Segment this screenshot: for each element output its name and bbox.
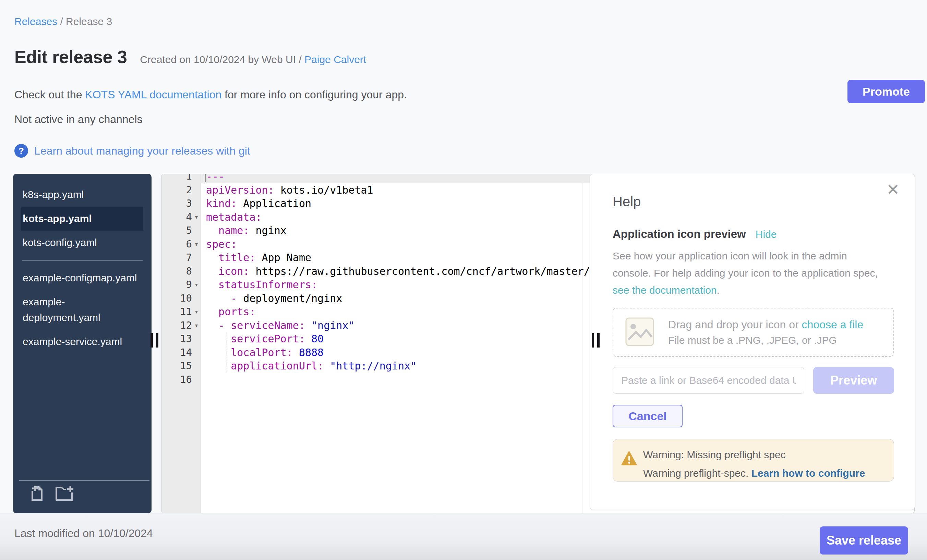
file-list: k8s-app.yamlkots-app.yamlkots-config.yam… <box>21 183 143 354</box>
gutter-line-number: 1 <box>161 174 201 184</box>
see-documentation-link[interactable]: see the documentation <box>612 284 717 296</box>
fold-arrow-icon[interactable]: ▾ <box>192 305 201 319</box>
preflight-warning: Warning: Missing preflight spec Warning … <box>612 439 894 481</box>
sidebar-bottom <box>19 481 149 513</box>
gutter-line-number: 16 <box>161 373 201 387</box>
preview-button[interactable]: Preview <box>813 367 894 394</box>
created-info: Created on 10/10/2024 by Web UI / Paige … <box>140 54 366 65</box>
icon-preview-description: See how your application icon will look … <box>612 247 887 299</box>
breadcrumb-current: Release 3 <box>66 16 112 27</box>
created-by-link[interactable]: Paige Calvert <box>304 54 366 65</box>
edit-release-page: Releases / Release 3 Edit release 3 Crea… <box>0 0 927 560</box>
file-item-example-configmap.yaml[interactable]: example-configmap.yaml <box>21 266 143 290</box>
promote-button[interactable]: Promote <box>848 80 925 103</box>
gutter-line-number: 8 <box>161 264 201 278</box>
breadcrumb-releases-link[interactable]: Releases <box>14 16 57 27</box>
file-item-kots-config.yaml[interactable]: kots-config.yaml <box>21 231 143 255</box>
fold-arrow-icon[interactable]: ▾ <box>192 319 201 332</box>
add-folder-icon[interactable] <box>54 485 75 504</box>
last-modified-text: Last modified on 10/10/2024 <box>14 527 153 540</box>
choose-file-link[interactable]: choose a file <box>802 319 863 331</box>
icon-url-input[interactable] <box>612 367 804 394</box>
kots-yaml-doc-link[interactable]: KOTS YAML documentation <box>85 88 222 101</box>
gutter-line-number: 15 <box>161 359 201 373</box>
gutter-line-number: 2 <box>161 184 201 197</box>
image-placeholder-icon <box>625 317 655 348</box>
warning-title: Warning: Missing preflight spec <box>643 449 786 461</box>
warning-icon <box>621 451 637 467</box>
text-cursor <box>205 174 207 182</box>
sidebar-resize-handle[interactable] <box>150 333 158 348</box>
file-list-divider <box>22 260 143 261</box>
gutter-line-number: 10 <box>161 291 201 305</box>
page-title: Edit release 3 <box>14 47 127 67</box>
icon-preview-title: Application icon preview <box>612 228 746 241</box>
breadcrumb: Releases / Release 3 <box>14 16 112 27</box>
learn-configure-link[interactable]: Learn how to configure <box>751 467 865 479</box>
git-help-row: ? Learn about managing your releases wit… <box>14 144 250 158</box>
gutter-line-number: 6▾ <box>161 238 201 251</box>
dropzone-requirements: File must be a .PNG, .JPEG, or .JPG <box>668 334 863 346</box>
file-sidebar: k8s-app.yamlkots-app.yamlkots-config.yam… <box>13 174 152 513</box>
file-item-k8s-app.yaml[interactable]: k8s-app.yaml <box>21 183 143 206</box>
fold-arrow-icon[interactable]: ▾ <box>192 278 201 291</box>
gutter-line-number: 4▾ <box>161 211 201 224</box>
file-item-example-service.yaml[interactable]: example-service.yaml <box>21 330 143 354</box>
gutter-line-number: 5 <box>161 224 201 238</box>
fold-arrow-icon[interactable]: ▾ <box>192 238 201 251</box>
question-icon: ? <box>14 144 28 158</box>
hide-link[interactable]: Hide <box>755 229 777 240</box>
gutter-line-number: 12▾ <box>161 319 201 332</box>
help-panel: ✕ Help Application icon preview Hide See… <box>590 174 915 510</box>
title-row: Edit release 3 Created on 10/10/2024 by … <box>14 47 366 67</box>
gutter-line-number: 11▾ <box>161 305 201 319</box>
git-releases-link[interactable]: Learn about managing your releases with … <box>34 145 250 157</box>
breadcrumb-separator: / <box>60 16 66 27</box>
help-title: Help <box>612 193 894 210</box>
gutter-line-number: 7 <box>161 251 201 264</box>
help-resize-handle[interactable] <box>592 333 600 348</box>
icon-dropzone[interactable]: Drag and drop your icon or choose a file… <box>612 308 894 357</box>
footer-bar: Last modified on 10/10/2024 Save release <box>0 513 927 560</box>
add-file-icon[interactable] <box>29 485 47 504</box>
save-release-button[interactable]: Save release <box>820 527 908 554</box>
file-item-kots-app.yaml[interactable]: kots-app.yaml <box>21 206 143 231</box>
gutter-line-number: 13 <box>161 332 201 346</box>
gutter-line-number: 9▾ <box>161 278 201 291</box>
file-item-example-deployment.yaml[interactable]: example-deployment.yaml <box>21 290 143 330</box>
gutter-line-number: 3 <box>161 197 201 211</box>
warning-detail: Warning preflight-spec. Learn how to con… <box>643 467 865 479</box>
dropzone-label: Drag and drop your icon or choose a file <box>668 319 863 331</box>
gutter-line-number: 14 <box>161 346 201 360</box>
cancel-button[interactable]: Cancel <box>612 405 682 427</box>
fold-arrow-icon[interactable]: ▾ <box>192 211 201 224</box>
doc-hint: Check out the KOTS YAML documentation fo… <box>14 88 407 101</box>
channel-status: Not active in any channels <box>14 113 143 126</box>
close-icon[interactable]: ✕ <box>886 182 900 197</box>
